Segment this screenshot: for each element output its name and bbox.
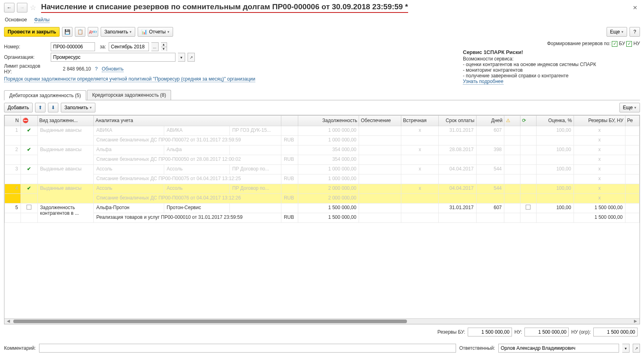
arrow-down-icon: ⬇ (51, 105, 55, 110)
scroll-right-icon[interactable]: ▶ (634, 319, 637, 323)
row-checkbox[interactable]: ✔ (27, 185, 31, 191)
col-analytics[interactable]: Аналитика учета (94, 115, 281, 126)
table-row-detail[interactable]: Списание безналичных ДС ПР00-П00075 от 0… (5, 174, 640, 184)
nav-main[interactable]: Основное (5, 17, 27, 23)
col-secur[interactable]: Обеспечение (359, 115, 401, 126)
forward-button[interactable]: → (17, 3, 27, 12)
org-open-button[interactable]: ↗ (188, 53, 195, 62)
col-due[interactable]: Срок оплаты (439, 115, 476, 126)
totals-nu-label: НУ: (514, 329, 522, 335)
arrow-up-icon: ⬆ (38, 105, 42, 110)
spark-sub: Возможности сервиса: (463, 56, 640, 62)
nu-checkbox[interactable]: ✓ (626, 41, 632, 47)
reports-button[interactable]: 📊 Отчеты (138, 27, 173, 37)
save-button[interactable]: 💾 (62, 27, 72, 37)
spark-line-2: - мониторинг контрагентов (463, 67, 640, 73)
limit-help[interactable]: ? (95, 66, 98, 72)
refresh-icon: ⟳ (522, 118, 526, 123)
limit-label: Лимит расходов НУ: (4, 63, 48, 75)
col-days[interactable]: Дней (476, 115, 504, 126)
totals-nu[interactable] (524, 328, 569, 336)
row-checkbox[interactable]: ✔ (27, 166, 31, 172)
table-row-detail[interactable]: Списание безналичных ДС ПР00-П00072 от 3… (5, 135, 640, 145)
spark-line-1: - оценки контрагентов на основе индексов… (463, 62, 640, 67)
table-row[interactable]: 5 Задолженность контрагентов в ... Альфа… (5, 203, 640, 213)
col-counter[interactable]: Встречная (401, 115, 439, 126)
table-row-detail[interactable]: Списание безналичных ДС ПР00-П00050 от 2… (5, 155, 640, 164)
col-refresh[interactable]: ⟳ (520, 115, 537, 126)
col-re[interactable]: Ре (625, 115, 639, 126)
fill-button[interactable]: Заполнить (101, 27, 135, 37)
back-button[interactable]: ← (4, 3, 14, 12)
comment-input[interactable] (39, 344, 456, 353)
spin-down-icon[interactable]: ▼ (161, 47, 167, 51)
period-choose-button[interactable]: ... (151, 42, 159, 51)
table-row[interactable]: 4 ✔ Выданные авансы АссольАссольПР Догов… (5, 184, 640, 193)
table-row-detail[interactable]: Реализация товаров и услуг ПР00-000010 о… (5, 213, 640, 222)
table-fill-button[interactable]: Заполнить (61, 103, 95, 112)
scroll-left-icon[interactable]: ◀ (7, 319, 10, 323)
col-reserves[interactable]: Резервы БУ, НУ (574, 115, 625, 126)
bu-checkbox[interactable]: ✓ (612, 41, 617, 47)
spark-title: Сервис 1СПАРК Риски! (463, 49, 640, 55)
tab-debit[interactable]: Дебиторская задолженность (5) (4, 90, 86, 100)
spark-more-link[interactable]: Узнать подробнее (463, 79, 504, 85)
table-more-button[interactable]: Еще (619, 103, 640, 112)
debt-table: N ⛔ Вид задолженн... Аналитика учета Зад… (4, 115, 640, 223)
scroll-thumb[interactable] (13, 320, 407, 323)
table-row[interactable]: 3 ✔ Выданные авансы АссольАссольПР Догов… (5, 164, 640, 174)
period-spinner[interactable]: ▲▼ (161, 42, 167, 51)
close-icon[interactable]: ✕ (630, 4, 640, 11)
resp-open[interactable]: ↗ (633, 344, 640, 353)
warning-icon: ⚠ (506, 118, 510, 123)
totals-ogr[interactable] (593, 328, 638, 336)
move-up-button[interactable]: ⬆ (35, 103, 45, 112)
spark-line-3: - получение заверенной справки о контраг… (463, 73, 640, 79)
save-icon: 💾 (64, 29, 70, 35)
add-row-button[interactable]: Добавить (4, 103, 33, 112)
row-checkbox[interactable]: ✔ (27, 147, 31, 152)
totals-bu[interactable] (468, 328, 512, 336)
number-label: Номер: (4, 44, 48, 50)
policy-link[interactable]: Порядок оценки задолженности определяетс… (4, 76, 255, 82)
org-label: Организация: (4, 54, 48, 60)
row-checkbox[interactable] (27, 205, 31, 210)
refresh-link[interactable]: Обновить (102, 66, 124, 72)
resp-label: Ответственный: (459, 345, 495, 351)
post-icon: 📋 (77, 29, 83, 35)
col-type[interactable]: Вид задолженн... (37, 115, 94, 126)
resp-input[interactable] (498, 344, 619, 353)
dt-kt-button[interactable]: ДтКт (88, 27, 98, 37)
more-button[interactable]: Еще (607, 27, 627, 37)
period-input[interactable] (109, 42, 149, 51)
favorite-icon[interactable]: ☆ (30, 3, 36, 12)
col-rate[interactable]: Оценка, % (536, 115, 574, 126)
resp-dropdown[interactable]: ▾ (622, 344, 630, 353)
totals-bu-label: Резервы БУ: (438, 329, 465, 335)
h-scrollbar[interactable]: ◀ ▶ (4, 318, 640, 324)
post-button[interactable]: 📋 (75, 27, 85, 37)
org-input[interactable] (51, 53, 175, 62)
col-n[interactable]: N (5, 115, 21, 126)
col-cur[interactable] (281, 115, 298, 126)
number-input[interactable] (51, 42, 95, 51)
spin-up-icon[interactable]: ▲ (161, 43, 167, 47)
table-row[interactable]: 2 ✔ Выданные авансы АльфаАльфа 354 000,0… (5, 145, 640, 155)
row-checkbox[interactable]: ✔ (27, 127, 31, 133)
flag-checkbox[interactable] (526, 205, 530, 210)
col-warn[interactable]: ⚠ (504, 115, 520, 126)
totals-ogr-label: НУ (огр): (571, 329, 591, 335)
report-icon: 📊 (141, 29, 147, 35)
post-and-close-button[interactable]: Провести и закрыть (4, 27, 60, 37)
move-down-button[interactable]: ⬇ (48, 103, 58, 112)
window-title: Начисление и списание резервов по сомнит… (41, 2, 408, 13)
limit-value: 2 848 966,10 (51, 66, 91, 72)
nav-files[interactable]: Файлы (34, 17, 50, 23)
col-debt[interactable]: Задолженность (298, 115, 359, 126)
table-row-detail[interactable]: Списание безналичных ДС ПР00-П00076 от 0… (5, 193, 640, 203)
col-cancel[interactable]: ⛔ (21, 115, 37, 126)
org-dropdown-button[interactable]: ▾ (178, 53, 185, 62)
table-row[interactable]: 1 ✔ Выданные авансы АВИКААВИКАПР ГОЗ ДУК… (5, 126, 640, 135)
tab-credit[interactable]: Кредиторская задолженность (8) (87, 90, 171, 100)
help-button[interactable]: ? (630, 27, 640, 37)
